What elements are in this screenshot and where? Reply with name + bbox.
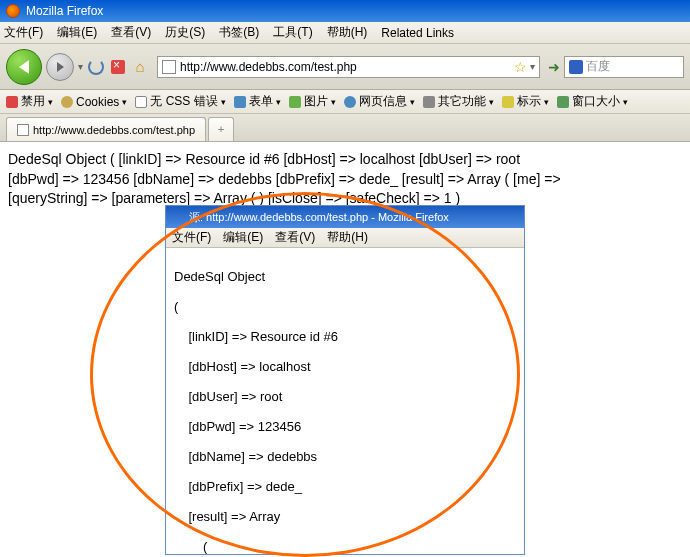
menu-file[interactable]: 文件(F) [4, 24, 43, 41]
reload-icon [88, 59, 104, 75]
dev-forms[interactable]: 表单▾ [234, 93, 281, 110]
dev-annotate[interactable]: 标示▾ [502, 93, 549, 110]
dev-cookies[interactable]: Cookies▾ [61, 95, 127, 109]
dev-misc[interactable]: 其它功能▾ [423, 93, 494, 110]
search-box[interactable]: 百度 [564, 56, 684, 78]
dev-css[interactable]: 无 CSS 错误▾ [135, 93, 225, 110]
bookmark-star-icon[interactable]: ☆ [514, 59, 527, 75]
arrow-left-icon [19, 60, 29, 74]
src-line: [dbName] => dedebbs [174, 449, 516, 464]
window-titlebar: Mozilla Firefox [0, 0, 690, 22]
menu-bookmarks[interactable]: 书签(B) [219, 24, 259, 41]
url-text: http://www.dedebbs.com/test.php [180, 60, 357, 74]
src-line: [dbPwd] => 123456 [174, 419, 516, 434]
src-line: [dbUser] => root [174, 389, 516, 404]
tab-title: http://www.dedebbs.com/test.php [33, 124, 195, 136]
menubar: 文件(F) 编辑(E) 查看(V) 历史(S) 书签(B) 工具(T) 帮助(H… [0, 22, 690, 44]
reload-button[interactable] [87, 58, 105, 76]
forward-button[interactable] [46, 53, 74, 81]
source-window: 源: http://www.dedebbs.com/test.php - Moz… [165, 205, 525, 555]
dump-line-1: DedeSql Object ( [linkID] => Resource id… [8, 150, 682, 170]
firefox-icon [172, 211, 184, 223]
menu-tools[interactable]: 工具(T) [273, 24, 312, 41]
src-menu-file[interactable]: 文件(F) [172, 229, 211, 246]
source-titlebar: 源: http://www.dedebbs.com/test.php - Moz… [166, 206, 524, 228]
src-menu-view[interactable]: 查看(V) [275, 229, 315, 246]
source-menubar: 文件(F) 编辑(E) 查看(V) 帮助(H) [166, 228, 524, 248]
go-button[interactable]: ➜ [548, 59, 560, 75]
source-body: DedeSql Object ( [linkID] => Resource id… [166, 248, 524, 557]
page-icon [162, 60, 176, 74]
dump-line-2: [dbPwd] => 123456 [dbName] => dedebbs [d… [8, 170, 682, 190]
back-button[interactable] [6, 49, 42, 85]
search-placeholder: 百度 [586, 58, 610, 75]
nav-toolbar: ▾ ⌂ http://www.dedebbs.com/test.php ☆ ▾ … [0, 44, 690, 90]
tab-page-icon [17, 124, 29, 136]
src-line: [dbPrefix] => dede_ [174, 479, 516, 494]
src-line: [linkID] => Resource id #6 [174, 329, 516, 344]
src-line: [result] => Array [174, 509, 516, 524]
url-dropdown-icon[interactable]: ▾ [530, 61, 535, 72]
src-line: DedeSql Object [174, 269, 516, 284]
new-tab-button[interactable]: + [208, 117, 234, 141]
address-bar[interactable]: http://www.dedebbs.com/test.php ☆ ▾ [157, 56, 540, 78]
window-title: Mozilla Firefox [26, 4, 103, 18]
src-menu-edit[interactable]: 编辑(E) [223, 229, 263, 246]
src-line: [dbHost] => localhost [174, 359, 516, 374]
dev-pageinfo[interactable]: 网页信息▾ [344, 93, 415, 110]
tab-bar: http://www.dedebbs.com/test.php + [0, 114, 690, 142]
menu-history[interactable]: 历史(S) [165, 24, 205, 41]
menu-view[interactable]: 查看(V) [111, 24, 151, 41]
menu-help[interactable]: 帮助(H) [327, 24, 368, 41]
arrow-right-icon [57, 62, 64, 72]
src-menu-help[interactable]: 帮助(H) [327, 229, 368, 246]
dev-windowsize[interactable]: 窗口大小▾ [557, 93, 628, 110]
tab-active[interactable]: http://www.dedebbs.com/test.php [6, 117, 206, 141]
history-dropdown-icon[interactable]: ▾ [78, 61, 83, 72]
src-line: ( [174, 539, 516, 554]
dev-disable[interactable]: 禁用▾ [6, 93, 53, 110]
home-button[interactable]: ⌂ [131, 58, 149, 76]
source-title: 源: http://www.dedebbs.com/test.php - Moz… [189, 210, 449, 225]
menu-related-links[interactable]: Related Links [381, 26, 454, 40]
firefox-icon [6, 4, 20, 18]
stop-icon [111, 60, 125, 74]
baidu-icon [569, 60, 583, 74]
stop-button[interactable] [109, 58, 127, 76]
developer-toolbar: 禁用▾ Cookies▾ 无 CSS 错误▾ 表单▾ 图片▾ 网页信息▾ 其它功… [0, 90, 690, 114]
src-line: ( [174, 299, 516, 314]
dev-images[interactable]: 图片▾ [289, 93, 336, 110]
menu-edit[interactable]: 编辑(E) [57, 24, 97, 41]
